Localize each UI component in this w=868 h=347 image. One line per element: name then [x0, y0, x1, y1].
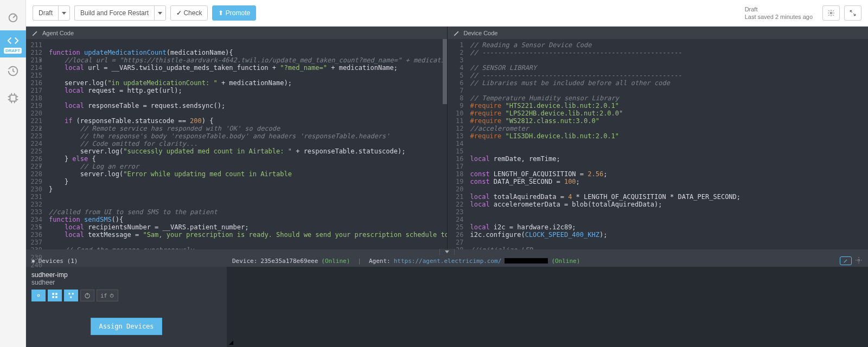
log-settings-btn[interactable]	[855, 256, 863, 266]
rail-history[interactable]	[0, 57, 26, 85]
rail-code[interactable]: DRAFT	[0, 30, 26, 57]
save-status: Draft Last saved 2 minutes ago	[745, 5, 813, 21]
code-icon	[7, 35, 19, 47]
status-line2: Last saved 2 minutes ago	[745, 13, 813, 21]
check-label: Check	[183, 9, 202, 17]
log-device-label: Device:	[232, 258, 257, 265]
device-pane-header: Device Code	[448, 27, 869, 39]
grid-icon	[51, 292, 59, 299]
caret-down-icon	[62, 12, 66, 15]
draft-caret[interactable]	[58, 5, 70, 21]
check-icon: ✓	[176, 9, 182, 17]
svg-rect-7	[55, 296, 58, 298]
fullscreen-button[interactable]	[844, 5, 861, 21]
pencil-icon	[453, 29, 461, 37]
rail-chip[interactable]	[0, 85, 26, 112]
if-label: if	[100, 293, 107, 299]
gear-icon	[827, 9, 835, 17]
check-button[interactable]: ✓ Check	[170, 5, 208, 21]
history-icon	[7, 65, 19, 77]
toolbar: Draft Build and Force Restart ✓ Check ⬆ …	[26, 0, 868, 27]
resize-grip-icon[interactable]	[229, 340, 233, 345]
log-device-id: 235e35a178e69eee	[260, 258, 318, 265]
svg-rect-5	[55, 293, 58, 295]
agent-code[interactable]: function updateMedicationCount(medicatio…	[46, 39, 447, 249]
devices-header-label: Devices (1)	[39, 258, 78, 265]
rail-dashboard[interactable]	[0, 3, 26, 30]
devices-sidebar: ✱ Devices (1) sudheer-imp sudheer if Ass…	[26, 255, 227, 347]
scroll-thumb[interactable]	[443, 39, 447, 104]
agent-pane-header: Agent Code	[26, 27, 447, 39]
device-conditional-btn[interactable]: if	[97, 290, 118, 301]
svg-rect-6	[52, 296, 54, 298]
device-pane: Device Code 1234567891011121314151617181…	[448, 27, 869, 249]
device-buttons: if	[31, 290, 221, 301]
promote-button[interactable]: ⬆ Promote	[212, 5, 256, 21]
assign-devices-button[interactable]: Assign Devices	[91, 318, 162, 335]
log-agent-url[interactable]: https://agent.electricimp.com/	[394, 258, 502, 265]
device-name[interactable]: sudheer-imp	[31, 271, 221, 279]
svg-rect-4	[52, 293, 54, 295]
log-device-status: (Online)	[321, 258, 350, 265]
log-header: Device: 235e35a178e69eee (Online) | Agen…	[227, 255, 868, 267]
power-icon	[84, 292, 91, 299]
agent-code-area[interactable]: 211212 ▾213214215216217218219220221 ▾222…	[26, 39, 447, 249]
svg-point-3	[37, 294, 40, 297]
draft-select[interactable]: Draft	[33, 5, 58, 21]
device-power-btn[interactable]	[80, 290, 94, 301]
power-icon	[109, 293, 114, 298]
device-grid-btn[interactable]	[48, 290, 62, 301]
svg-rect-9	[72, 293, 74, 294]
agent-gutter: 211212 ▾213214215216217218219220221 ▾222…	[26, 39, 46, 249]
status-line1: Draft	[745, 5, 813, 13]
caret-down-icon	[158, 12, 162, 15]
gear-icon	[35, 292, 42, 299]
device-settings-btn[interactable]	[31, 290, 46, 301]
pane-resize-handle[interactable]	[26, 249, 868, 255]
devices-header: ✱ Devices (1)	[26, 255, 227, 267]
log-divider: |	[358, 258, 361, 265]
gauge-icon	[7, 11, 19, 23]
device-code[interactable]: // Reading a Sensor Device Code// ------…	[467, 39, 869, 249]
svg-rect-1	[10, 95, 16, 101]
device-code-area[interactable]: 1234567891011121314151617181920212223242…	[448, 39, 869, 249]
device-pane-title: Device Code	[464, 30, 498, 36]
build-caret[interactable]	[154, 5, 166, 21]
gear-icon	[855, 256, 863, 264]
log-panel: Device: 235e35a178e69eee (Online) | Agen…	[227, 255, 868, 347]
tree-icon	[67, 292, 75, 299]
caret-down-icon	[445, 250, 449, 253]
svg-rect-10	[70, 297, 72, 298]
agent-pane: Agent Code 211212 ▾213214215216217218219…	[26, 27, 448, 249]
device-tree-btn[interactable]	[64, 290, 78, 301]
device-gutter: 1234567891011121314151617181920212223242…	[448, 39, 467, 249]
log-body[interactable]	[227, 267, 868, 347]
build-button[interactable]: Build and Force Restart	[74, 5, 154, 21]
svg-point-13	[858, 259, 860, 261]
svg-rect-8	[68, 293, 70, 294]
chip-icon	[7, 92, 19, 104]
settings-button[interactable]	[822, 5, 840, 21]
svg-point-2	[830, 12, 832, 14]
redacted-segment	[505, 258, 548, 264]
device-owner: sudheer	[31, 279, 221, 286]
promote-label: Promote	[226, 9, 250, 17]
left-rail: DRAFT	[0, 0, 26, 347]
log-agent-label: Agent:	[369, 258, 391, 265]
log-filter-btn[interactable]	[840, 256, 852, 265]
draft-badge: DRAFT	[4, 48, 22, 54]
bottom-panel: ✱ Devices (1) sudheer-imp sudheer if Ass…	[26, 255, 868, 347]
up-arrow-icon: ⬆	[218, 9, 224, 17]
editors: Agent Code 211212 ▾213214215216217218219…	[26, 27, 868, 249]
pencil-icon	[843, 258, 848, 264]
pencil-icon	[31, 29, 39, 37]
log-agent-status: (Online)	[551, 258, 580, 265]
expand-icon	[849, 9, 857, 17]
agent-pane-title: Agent Code	[42, 30, 74, 36]
